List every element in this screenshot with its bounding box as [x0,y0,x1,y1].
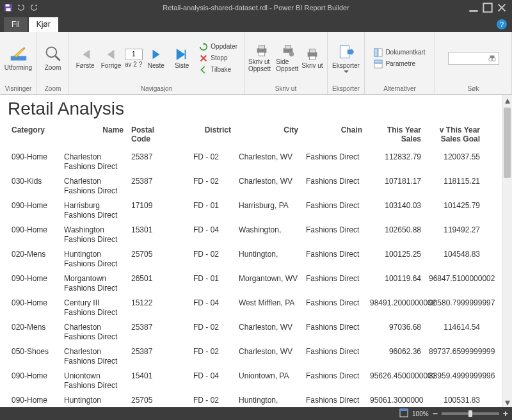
cell-category: 090-Home [8,369,60,393]
svg-rect-21 [374,63,382,68]
maximize-button[interactable] [483,3,493,13]
cell-sales: 97036.68 [366,320,425,344]
zoom-slider[interactable] [442,412,499,415]
svg-rect-3 [469,10,477,12]
page-setup-button[interactable]: Side Oppsett [276,44,300,72]
document-map-button[interactable]: Dokumentkart [372,47,426,58]
print-layout-button[interactable]: Skriv ut Oppsett [248,44,275,72]
cell-chain: Fashions Direct [302,247,366,271]
cell-postal: 15301 [127,223,177,247]
cell-district: FD - 02 [177,150,235,174]
cell-name: Huntington Fashions Direct [60,247,127,271]
zoom-out-button[interactable]: − [433,408,438,419]
cell-category: 020-Mens [8,247,60,271]
stop-button[interactable]: Stopp [198,53,240,63]
parameters-button[interactable]: Parametre [372,59,426,69]
zoom-in-button[interactable]: + [503,408,508,419]
cell-chain: Fashions Direct [302,223,366,247]
table-row: 090-HomeCentury III Fashions Direct15122… [8,296,484,320]
page-indicator: av 2 ? [125,49,143,68]
chevron-down-icon [344,70,349,73]
save-icon[interactable] [4,3,13,12]
prev-page-button[interactable]: Forrige [99,47,123,69]
cell-name: Charleston Fashions Direct [60,344,127,369]
back-button[interactable]: Tilbake [198,65,240,75]
cell-sales: 96062.36 [366,344,425,369]
cell-district: FD - 04 [177,369,235,393]
close-button[interactable] [497,3,507,13]
vertical-scrollbar[interactable]: ▴ ▾ [502,95,512,407]
tab-run[interactable]: Kjør [29,17,58,32]
minimize-button[interactable] [468,3,479,13]
cell-goal: 83959.4999999996 [425,369,484,393]
table-row: 090-HomeHarrisburg Fashions Direct17109F… [8,198,484,223]
title-bar: Retail-analysis-shared-dataset.rdl - Pow… [0,0,512,15]
next-page-button[interactable]: Neste [144,47,168,69]
col-chain: Chain [302,123,366,150]
cell-chain: Fashions Direct [302,174,366,198]
cell-goal: 89737.6599999999 [425,344,484,369]
cell-city: Charleston, WV [235,174,302,198]
cell-category: 090-Home [8,271,60,296]
cell-name: Huntington [60,393,127,407]
zoom-value: 100% [412,410,429,417]
first-page-button[interactable]: Første [73,47,97,69]
scroll-thumb[interactable] [504,108,511,178]
cell-goal: 100531.83 [425,393,484,407]
search-input[interactable] [448,52,499,65]
page-input[interactable] [125,49,143,60]
svg-rect-4 [483,3,492,12]
window-title: Retail-analysis-shared-dataset.rdl - Pow… [0,4,512,12]
cell-sales: 107181.17 [366,174,425,198]
cell-city: Washington, [235,223,302,247]
page-total: av 2 ? [125,61,142,68]
help-icon[interactable]: ? [497,19,507,29]
zoom-button[interactable]: Zoom [41,45,65,71]
svg-rect-9 [259,45,264,49]
svg-rect-18 [374,48,378,56]
cell-sales: 100125.25 [366,247,425,271]
cell-name: Century III Fashions Direct [60,296,127,320]
tab-file[interactable]: Fil [4,17,28,32]
cell-name: Charleston Fashions Direct [60,150,127,174]
cell-category: 090-Home [8,296,60,320]
cell-postal: 25705 [127,247,177,271]
data-table: Category Name Postal Code District City … [8,123,484,407]
cell-district: FD - 02 [177,344,235,369]
svg-rect-15 [309,49,315,52]
cell-city: Huntington, [235,393,302,407]
cell-city: Charleston, WV [235,344,302,369]
last-page-button[interactable]: Siste [170,47,194,69]
cell-city: Harrisburg, PA [235,198,302,223]
undo-icon[interactable] [17,3,26,12]
design-button[interactable]: Utforming [4,45,33,71]
cell-district: FD - 02 [177,247,235,271]
cell-goal: 96847.5100000002 [425,271,484,296]
export-button[interactable]: Eksporter [332,43,360,73]
cell-postal: 25387 [127,344,177,369]
status-bar: 100% − + [0,407,512,420]
report-title: Retail Analysis [8,99,499,119]
redo-icon[interactable] [29,3,38,12]
cell-district: FD - 01 [177,198,235,223]
cell-sales: 103140.03 [366,198,425,223]
cell-goal: 120037.55 [425,150,484,174]
view-mode-icon[interactable] [399,408,408,419]
col-city: City [235,123,302,150]
group-label-export: Eksporter [328,84,364,94]
cell-category: 030-Kids [8,174,60,198]
cell-name: Charleston Fashions Direct [60,320,127,344]
scroll-down-icon[interactable]: ▾ [502,397,512,407]
table-row: 020-MensCharleston Fashions Direct25387F… [8,320,484,344]
scroll-up-icon[interactable]: ▴ [502,95,512,105]
cell-city: Charleston, WV [235,150,302,174]
binoculars-icon [488,54,497,63]
cell-chain: Fashions Direct [302,393,366,407]
svg-point-13 [289,52,294,56]
cell-city: Charleston, WV [235,320,302,344]
cell-postal: 26501 [127,271,177,296]
cell-postal: 25705 [127,393,177,407]
refresh-button[interactable]: Oppdater [198,42,240,52]
print-button[interactable]: Skriv ut [301,47,323,69]
group-label-views: Visninger [0,84,36,94]
